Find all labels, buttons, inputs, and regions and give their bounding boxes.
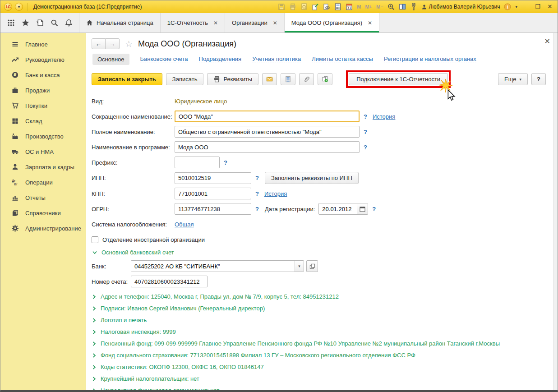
open-bank-button[interactable] [306, 260, 318, 272]
help-q-icon[interactable]: ? [255, 190, 259, 197]
back-button[interactable]: ← [92, 38, 106, 49]
save-icon[interactable] [278, 3, 285, 10]
nav-tax-registrations[interactable]: Регистрации в налоговых органах [384, 55, 476, 63]
history-icon[interactable] [33, 16, 46, 30]
discussion-button[interactable] [281, 73, 295, 85]
bank-combobox[interactable]: ▾ [131, 260, 304, 272]
sidebar-item-production[interactable]: Производство [0, 129, 86, 144]
connect-1c-reporting-button[interactable]: Подключение к 1С-Отчетности [349, 73, 448, 85]
reg-date-input[interactable] [319, 203, 357, 214]
tab-close-icon[interactable]: ✕ [368, 20, 372, 26]
nav-departments[interactable]: Подразделения [199, 55, 242, 63]
calendar-picker-icon[interactable] [357, 203, 368, 214]
tab-close-icon[interactable]: ✕ [273, 20, 277, 26]
notifications-bell-icon[interactable] [62, 16, 75, 30]
forward-button[interactable]: → [106, 38, 120, 49]
nav-main[interactable]: Основное [92, 54, 129, 65]
print-icon[interactable] [289, 3, 296, 10]
save-and-close-button[interactable]: Записать и закрыть [92, 73, 162, 85]
bank-input[interactable] [131, 261, 295, 272]
kpp-history-link[interactable]: История [264, 190, 287, 197]
section-social-insurance[interactable]: Фонд социального страхования: 7713200154… [92, 351, 546, 359]
ogrn-input[interactable] [175, 203, 251, 215]
sidebar-item-bank-cash[interactable]: ₽ Банк и касса [0, 67, 86, 83]
help-q-icon[interactable]: ? [364, 144, 367, 151]
help-q-icon[interactable]: ? [364, 129, 367, 135]
requisites-button[interactable]: Реквизиты [207, 73, 258, 85]
favorites-star-icon[interactable] [18, 16, 32, 30]
favorite-star-icon[interactable]: ☆ [125, 39, 133, 49]
help-q-icon[interactable]: ? [255, 206, 259, 212]
kpp-input[interactable] [175, 188, 251, 199]
section-tax-inspection[interactable]: Налоговая инспекция: 9999 [92, 328, 546, 336]
tab-close-icon[interactable]: ✕ [213, 20, 218, 26]
zoom-icon[interactable] [387, 3, 395, 10]
fill-by-inn-button[interactable]: Заполнить реквизиты по ИНН [265, 172, 359, 184]
more-button[interactable]: Еще ▾ [498, 73, 528, 85]
nav-bank-accounts[interactable]: Банковские счета [140, 55, 188, 63]
help-button[interactable]: ? [531, 73, 546, 85]
program-name-input[interactable] [175, 141, 360, 153]
minimize-button[interactable]: – [521, 3, 530, 10]
service-wrench-icon[interactable] [410, 3, 417, 10]
sidebar-item-manager[interactable]: Руководителю [0, 52, 86, 67]
section-largest-taxpayer[interactable]: Крупнейший налогоплательщик: нет [92, 375, 546, 383]
search-icon[interactable] [47, 16, 61, 30]
tab-home[interactable]: Начальная страница [79, 13, 160, 32]
menu-grid-icon[interactable] [4, 16, 18, 30]
help-q-icon[interactable]: ? [224, 159, 227, 166]
prefix-input[interactable] [175, 157, 220, 168]
sidebar-item-fixed-assets[interactable]: ОС и НМА [0, 144, 86, 159]
memory-m-plus-button[interactable]: M+ [365, 4, 372, 9]
attachments-button[interactable] [299, 73, 314, 85]
main-menu-button[interactable]: ▾ [15, 3, 23, 11]
info-dropdown-arrow[interactable]: ▾ [515, 5, 517, 9]
full-name-input[interactable] [175, 126, 360, 138]
sidebar-item-main[interactable]: Главное [0, 37, 86, 52]
section-address-phone[interactable]: Адрес и телефон: 125040, Москва г, Правд… [92, 293, 546, 300]
inn-input[interactable] [175, 172, 251, 184]
sidebar-item-purchases[interactable]: Покупки [0, 98, 86, 113]
versions-button[interactable] [318, 73, 332, 85]
tab-1c-reporting[interactable]: 1С-Отчетность ✕ [160, 13, 225, 32]
sidebar-item-directories[interactable]: Справочники [0, 205, 86, 221]
sidebar-item-salary-hr[interactable]: Зарплата и кадры [0, 159, 86, 175]
memory-m-minus-button[interactable]: M− [376, 4, 383, 9]
print-preview-icon[interactable] [300, 3, 308, 10]
maximize-button[interactable]: ❒ [534, 3, 542, 10]
section-statistics-codes[interactable]: Коды статистики: ОКОПФ 12300, ОКФС 16, О… [92, 363, 546, 371]
section-logo-stamp[interactable]: Логотип и печать [92, 316, 546, 324]
nav-cash-limits[interactable]: Лимиты остатка кассы [312, 55, 373, 63]
form-close-icon[interactable]: ✕ [544, 38, 550, 45]
current-user[interactable]: Любимов Валерий Юрьевич [421, 4, 500, 10]
short-name-history-link[interactable]: История [373, 113, 395, 120]
email-button[interactable] [262, 73, 277, 85]
help-q-icon[interactable]: ? [255, 175, 259, 181]
sidebar-item-sales[interactable]: Продажи [0, 83, 86, 98]
foreign-branch-checkbox[interactable] [92, 236, 98, 243]
nav-accounting-policy[interactable]: Учетная политика [252, 55, 301, 63]
tax-system-link[interactable]: Общая [175, 221, 194, 228]
section-non-credit-org[interactable]: Некредитная финансовая организация: нет [92, 387, 546, 390]
calendar-icon[interactable]: 31 [346, 3, 353, 10]
sidebar-item-reports[interactable]: Отчеты [0, 190, 86, 205]
save-button[interactable]: Записать [166, 73, 204, 85]
help-q-icon[interactable]: ? [372, 206, 376, 212]
goto-link-icon[interactable] [312, 3, 319, 10]
info-icon[interactable]: i [504, 3, 511, 10]
section-pension-fund[interactable]: Пенсионный фонд: 099-099-999999 Главное … [92, 340, 546, 347]
tab-moda-organization[interactable]: Мода ООО (Организация) ✕ [284, 13, 379, 32]
sidebar-item-administration[interactable]: Администрирование [0, 221, 86, 236]
account-input[interactable] [131, 276, 208, 287]
help-q-icon[interactable]: ? [364, 113, 367, 120]
tab-organizations[interactable]: Организации ✕ [225, 13, 284, 32]
split-window-icon[interactable] [399, 3, 406, 10]
short-name-input[interactable] [175, 111, 360, 122]
scrollbar[interactable] [553, 33, 558, 390]
dropdown-arrow-icon[interactable]: ▾ [295, 261, 304, 272]
sidebar-item-operations[interactable]: ДтКт Операции [0, 175, 86, 190]
bank-account-section-toggle[interactable]: Основной банковский счет [92, 249, 546, 256]
get-link-icon[interactable] [323, 3, 330, 10]
calculator-icon[interactable] [334, 3, 341, 10]
section-signatures[interactable]: Подписи: Иванов Сергей Иванович (Генерал… [92, 304, 546, 312]
